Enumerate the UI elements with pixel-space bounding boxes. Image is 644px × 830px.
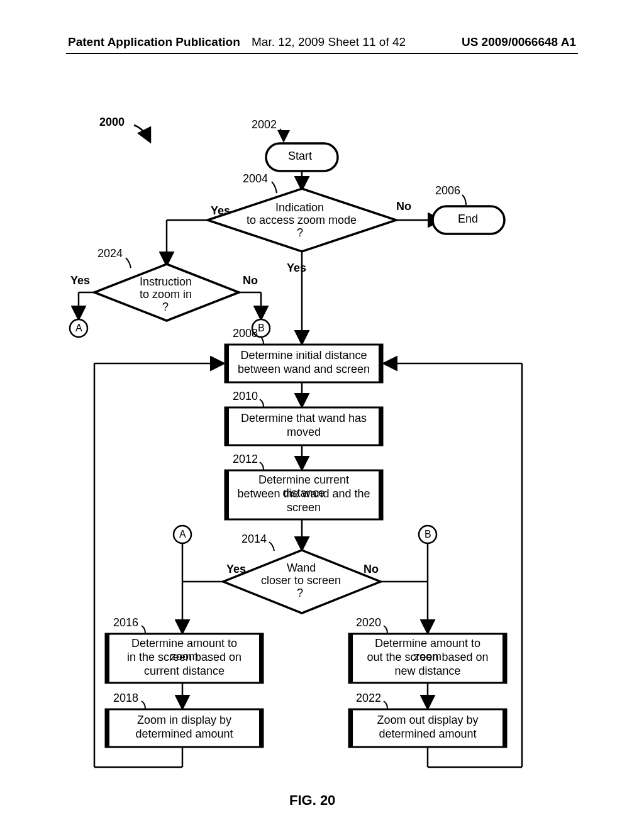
d2-l1: Instruction [140, 275, 192, 289]
ref-2016: 2016 [113, 616, 138, 629]
d1-l3: ? [297, 226, 303, 240]
end: End [458, 213, 478, 226]
d3-l2: closer to screen [261, 574, 341, 587]
svg-rect-43 [349, 634, 353, 683]
d2-l3: ? [162, 301, 169, 314]
svg-rect-37 [259, 709, 263, 747]
conn-B2: B [425, 529, 431, 540]
ref-2010: 2010 [233, 390, 258, 403]
svg-rect-33 [259, 634, 263, 683]
p6-l3: new distance [360, 665, 495, 678]
svg-rect-32 [106, 634, 109, 683]
d3-l1: Wand [287, 562, 316, 575]
no-4: No [364, 563, 379, 576]
header-mid: Mar. 12, 2009 Sheet 11 of 42 [252, 35, 406, 49]
no-2: No [243, 274, 258, 287]
p3-l2: between the wand and the [236, 487, 371, 501]
ref-2008: 2008 [233, 327, 258, 340]
ref-2022: 2022 [356, 692, 381, 705]
p2-l1: Determine that wand has [236, 412, 371, 425]
start: Start [288, 150, 312, 163]
p3-l3: screen [236, 501, 371, 514]
svg-rect-12 [225, 345, 229, 382]
yes-4: Yes [226, 563, 246, 576]
p1-l2: between wand and screen [236, 363, 371, 376]
d1-l2: to access zoom mode [247, 214, 357, 227]
header-right: US 2009/0066648 A1 [462, 35, 576, 49]
ref-2018: 2018 [113, 692, 138, 705]
p2-l2: moved [236, 426, 371, 439]
ref-2014: 2014 [242, 533, 267, 546]
svg-rect-47 [349, 709, 353, 747]
p1-l1: Determine initial distance [236, 349, 371, 362]
flowchart: 2000 2002 Start 2004 Indication to acces… [0, 94, 644, 786]
svg-rect-44 [502, 634, 506, 683]
conn-A1: A [75, 323, 82, 334]
svg-rect-36 [106, 709, 109, 747]
ref-2006: 2006 [435, 184, 460, 197]
d1-l1: Indication [275, 201, 324, 214]
p7-l1: Zoom out display by [360, 714, 495, 727]
ref-2004: 2004 [243, 172, 268, 185]
p6-l2: out the screen based on [360, 651, 495, 664]
p5-l1: Zoom in display by [117, 714, 252, 727]
p5-l2: determined amount [117, 728, 252, 741]
figure-label: FIG. 20 [289, 792, 335, 809]
ref-2002: 2002 [252, 118, 277, 131]
svg-rect-20 [225, 470, 229, 519]
p4-l2: in the screen based on [117, 651, 252, 664]
svg-rect-13 [379, 345, 382, 382]
ref-2024: 2024 [97, 247, 123, 260]
d2-l2: to zoom in [140, 288, 192, 301]
no-1: No [396, 200, 411, 213]
yes-3: Yes [287, 262, 306, 275]
yes-1: Yes [211, 204, 230, 218]
p4-l3: current distance [117, 665, 252, 678]
ref-2012: 2012 [233, 453, 258, 466]
p7-l2: determined amount [360, 728, 495, 741]
header-left: Patent Application Publication [68, 35, 240, 49]
d3-l3: ? [297, 587, 303, 600]
ref-2000: 2000 [99, 116, 125, 129]
yes-2: Yes [70, 274, 90, 287]
svg-rect-48 [502, 709, 506, 747]
conn-A2: A [179, 529, 186, 540]
ref-2020: 2020 [356, 616, 381, 629]
svg-rect-17 [379, 407, 382, 445]
svg-rect-21 [379, 470, 382, 519]
conn-B1: B [258, 323, 265, 334]
svg-rect-16 [225, 407, 229, 445]
